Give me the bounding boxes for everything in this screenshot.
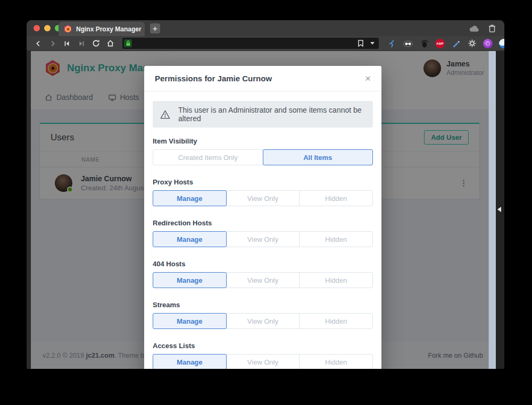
permissions-modal: Permissions for Jamie Curnow × This user… (144, 66, 381, 369)
browser-toolbar: ABP (27, 36, 504, 51)
page-scrollbar[interactable] (488, 51, 496, 369)
fast-forward-icon[interactable] (77, 39, 86, 48)
gear-extension-icon[interactable] (467, 39, 477, 48)
streams-group: Streams Manage View Only Hidden (153, 301, 373, 329)
browser-window: Nginx Proxy Manager + (27, 20, 504, 369)
proxy-hosts-hidden-button[interactable]: Hidden (299, 190, 373, 206)
address-bar[interactable] (122, 38, 379, 49)
visibility-created-items-only-button[interactable]: Created Items Only (153, 149, 263, 165)
redirection-hosts-group: Redirection Hosts Manage View Only Hidde… (153, 219, 373, 247)
blue-figure-extension-icon[interactable] (387, 39, 397, 48)
group-label: Proxy Hosts (153, 178, 373, 186)
redirection-hosts-manage-button[interactable]: Manage (153, 231, 227, 247)
access-lists-hidden-button[interactable]: Hidden (299, 354, 373, 369)
404-hosts-group: 404 Hosts Manage View Only Hidden (153, 260, 373, 288)
access-lists-view-only-button[interactable]: View Only (226, 354, 300, 369)
npm-favicon (64, 25, 72, 33)
redirection-hosts-hidden-button[interactable]: Hidden (299, 231, 373, 247)
visibility-all-items-button[interactable]: All Items (263, 149, 373, 165)
minimize-window-button[interactable] (44, 25, 51, 31)
back-icon[interactable] (34, 39, 43, 48)
streams-manage-button[interactable]: Manage (153, 313, 227, 329)
browser-tab-strip: Nginx Proxy Manager + (27, 20, 504, 36)
home-icon[interactable] (106, 39, 114, 48)
secure-lock-icon[interactable] (124, 39, 132, 47)
warning-text: This user is an Administrator and some i… (178, 106, 365, 123)
group-label: 404 Hosts (153, 260, 373, 268)
sync-cloud-icon[interactable] (469, 25, 479, 32)
reload-icon[interactable] (92, 39, 100, 48)
warning-triangle-icon (160, 109, 170, 120)
gnome-foot-extension-icon[interactable] (419, 39, 429, 48)
new-tab-button[interactable]: + (150, 23, 160, 33)
404-hosts-manage-button[interactable]: Manage (153, 272, 227, 288)
forward-icon[interactable] (48, 39, 57, 48)
access-lists-group: Access Lists Manage View Only Hidden (153, 342, 373, 369)
close-icon[interactable]: × (365, 73, 371, 83)
proxy-hosts-group: Proxy Hosts Manage View Only Hidden (153, 178, 373, 206)
bookmark-caret-icon[interactable] (370, 42, 375, 45)
stylus-pen-extension-icon[interactable] (451, 39, 461, 48)
bookmark-flag-icon[interactable] (358, 40, 364, 47)
group-label: Streams (153, 301, 373, 309)
group-label: Access Lists (153, 342, 373, 350)
group-label: Redirection Hosts (153, 219, 373, 227)
tab-title: Nginx Proxy Manager (76, 26, 142, 33)
goggles-extension-icon[interactable] (403, 39, 413, 48)
redirection-hosts-view-only-button[interactable]: View Only (226, 231, 300, 247)
window-right-edge (496, 51, 504, 369)
window-controls (34, 25, 61, 31)
adblock-plus-icon[interactable]: ABP (435, 39, 445, 48)
purple-circle-extension-icon[interactable] (483, 39, 493, 48)
close-window-button[interactable] (34, 25, 40, 31)
trash-icon[interactable] (488, 24, 496, 32)
window-left-edge (27, 51, 31, 369)
admin-warning: This user is an Administrator and some i… (153, 101, 373, 128)
browser-tab[interactable]: Nginx Proxy Manager (59, 22, 145, 36)
404-hosts-hidden-button[interactable]: Hidden (299, 272, 373, 288)
group-label: Item Visibility (153, 137, 373, 145)
404-hosts-view-only-button[interactable]: View Only (226, 272, 300, 288)
item-visibility-group: Item Visibility Created Items Only All I… (153, 137, 373, 165)
proxy-hosts-view-only-button[interactable]: View Only (226, 190, 300, 206)
streams-view-only-button[interactable]: View Only (226, 313, 300, 329)
modal-title: Permissions for Jamie Curnow (155, 74, 272, 83)
panel-toggle-arrow-icon[interactable] (497, 207, 501, 212)
extensions-bar: ABP (387, 39, 504, 48)
streams-hidden-button[interactable]: Hidden (299, 313, 373, 329)
web-page: Nginx Proxy Manager James Administrator … (31, 51, 488, 369)
lock-badge-extension-icon[interactable] (499, 39, 504, 48)
proxy-hosts-manage-button[interactable]: Manage (153, 190, 227, 206)
access-lists-manage-button[interactable]: Manage (153, 354, 227, 369)
rewind-icon[interactable] (63, 39, 71, 48)
